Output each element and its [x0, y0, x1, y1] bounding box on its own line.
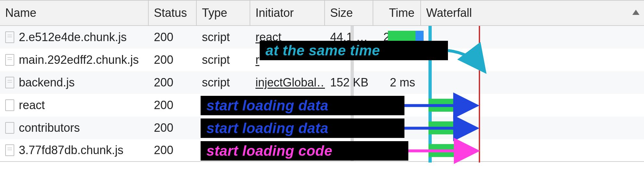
column-divider — [351, 26, 354, 162]
request-status: 200 — [149, 139, 197, 161]
request-status: 200 — [149, 71, 197, 94]
waterfall-bar — [428, 121, 454, 134]
request-status: 200 — [149, 94, 197, 117]
request-initiator — [250, 94, 325, 117]
col-header-name[interactable]: Name — [0, 1, 149, 25]
col-header-size[interactable]: Size — [325, 1, 373, 25]
request-initiator — [250, 139, 325, 161]
request-type — [197, 139, 250, 161]
waterfall-bar — [428, 144, 463, 157]
request-name: react — [19, 98, 45, 112]
waterfall-bar — [428, 99, 454, 112]
request-name: contributors — [19, 121, 80, 135]
request-type — [197, 94, 250, 117]
col-header-time[interactable]: Time — [373, 1, 421, 25]
file-script-icon — [5, 77, 14, 88]
timeline-marker-red — [479, 26, 480, 163]
request-type: script — [197, 71, 250, 94]
col-header-waterfall[interactable]: Waterfall — [421, 1, 644, 25]
file-blank-icon — [5, 99, 14, 111]
network-table: Name Status Type Initiator Size Time Wat… — [0, 0, 644, 162]
request-initiator[interactable]: injectGlobal… — [255, 76, 325, 89]
request-type: script — [197, 26, 250, 49]
request-name: backend.js — [19, 76, 75, 89]
request-initiator[interactable]: r — [255, 53, 259, 67]
col-header-initiator[interactable]: Initiator — [250, 1, 325, 25]
waterfall-bar — [388, 31, 424, 44]
col-header-waterfall-label: Waterfall — [426, 6, 472, 20]
request-name: 2.e512e4de.chunk.js — [19, 30, 127, 44]
file-blank-icon — [5, 122, 14, 134]
request-initiator[interactable]: react — [255, 30, 281, 44]
request-name: main.292edff2.chunk.js — [19, 53, 139, 67]
request-type: script — [197, 49, 250, 71]
request-status: 200 — [149, 117, 197, 139]
sort-ascending-icon — [632, 10, 639, 15]
request-name: 3.77fd87db.chunk.js — [19, 143, 123, 157]
request-initiator — [250, 117, 325, 139]
file-script-icon — [5, 31, 14, 43]
file-script-icon — [5, 54, 14, 66]
request-status: 200 — [149, 49, 197, 71]
timeline-marker-cyan — [428, 26, 432, 163]
waterfall-timeline — [355, 26, 642, 162]
col-header-type[interactable]: Type — [197, 1, 250, 25]
file-script-icon — [5, 144, 14, 156]
request-status: 200 — [149, 26, 197, 49]
table-header-row: Name Status Type Initiator Size Time Wat… — [0, 0, 644, 26]
col-header-status[interactable]: Status — [149, 1, 197, 25]
request-type — [197, 117, 250, 139]
